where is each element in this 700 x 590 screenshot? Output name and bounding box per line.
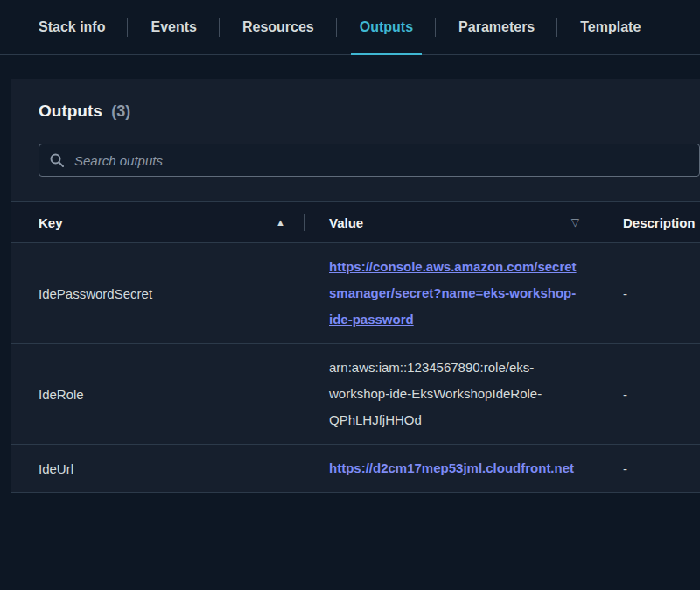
column-label-value: Value [329, 215, 363, 230]
outputs-count-badge: (3) [111, 102, 130, 120]
outputs-table-header: Key ▲ Value ▽ Description [10, 201, 700, 243]
output-key: IdeRole [10, 387, 304, 402]
tab-parameters[interactable]: Parameters [458, 0, 535, 54]
search-icon [50, 153, 64, 167]
outputs-panel-header: Outputs (3) [10, 79, 700, 121]
outputs-panel: Outputs (3) Key ▲ Value ▽ Description Id… [10, 79, 700, 493]
column-header-description[interactable]: Description [598, 202, 700, 242]
sort-ascending-icon[interactable]: ▲ [276, 217, 285, 228]
output-key: IdeUrl [10, 461, 304, 476]
table-row-ide-password-secret: IdePasswordSecret https://console.aws.am… [10, 243, 700, 344]
output-value-cell: https://console.aws.amazon.com/secretsma… [304, 243, 598, 343]
output-description: - [598, 461, 700, 476]
output-value-link[interactable]: https://d2cm17mep53jml.cloudfront.net [329, 460, 574, 475]
output-value-cell: arn:aws:iam::1234567890:role/eks-worksho… [304, 344, 598, 444]
output-value-link[interactable]: https://console.aws.amazon.com/secretsma… [329, 259, 577, 327]
tab-template[interactable]: Template [580, 0, 640, 54]
column-header-value[interactable]: Value ▽ [304, 202, 598, 242]
output-value-cell: https://d2cm17mep53jml.cloudfront.net [304, 445, 598, 492]
stack-detail-tabs: Stack info Events Resources Outputs Para… [0, 0, 700, 55]
tab-resources[interactable]: Resources [242, 0, 314, 54]
column-header-key[interactable]: Key ▲ [10, 202, 304, 242]
output-key: IdePasswordSecret [10, 286, 304, 301]
tab-stack-info[interactable]: Stack info [38, 0, 105, 54]
search-outputs-box [38, 144, 700, 177]
search-outputs-input[interactable] [73, 152, 689, 169]
table-row-ide-url: IdeUrl https://d2cm17mep53jml.cloudfront… [10, 445, 700, 493]
tab-events[interactable]: Events [150, 0, 196, 54]
tab-outputs[interactable]: Outputs [360, 0, 413, 54]
sort-inactive-icon[interactable]: ▽ [571, 216, 579, 228]
output-description: - [598, 387, 700, 402]
table-row-ide-role: IdeRole arn:aws:iam::1234567890:role/eks… [10, 344, 700, 445]
output-description: - [598, 286, 700, 301]
panel-title: Outputs [38, 102, 102, 120]
column-label-key: Key [38, 215, 63, 230]
output-value-text: arn:aws:iam::1234567890:role/eks-worksho… [329, 360, 542, 427]
column-label-description: Description [623, 215, 696, 230]
